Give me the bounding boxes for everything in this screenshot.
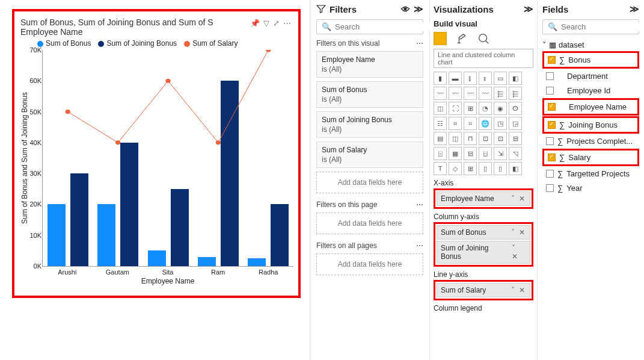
field-item[interactable]: Employee Name xyxy=(545,101,636,113)
viz-type-option[interactable]: ◉ xyxy=(494,102,507,115)
viz-type-option[interactable]: ◧ xyxy=(509,162,522,175)
viz-type-option[interactable]: ⊟ xyxy=(509,132,522,145)
coly-well[interactable]: Sum of Bonus˅ ✕ Sum of Joining Bonus˅ ✕ xyxy=(434,222,533,267)
viz-type-option[interactable]: ⌼ xyxy=(479,147,492,160)
eye-icon[interactable]: 👁 xyxy=(401,4,410,14)
viz-type-option[interactable]: ⌗ xyxy=(449,117,462,130)
fields-search[interactable]: 🔍 xyxy=(542,19,639,34)
filter-card[interactable]: Employee Nameis (All) xyxy=(316,51,423,78)
viz-type-option[interactable]: 〰 xyxy=(479,87,492,100)
filter-search-input[interactable] xyxy=(335,22,436,31)
viz-type-option[interactable]: ⵙ xyxy=(509,102,522,115)
filter-card[interactable]: Sum of Joining Bonusis (All) xyxy=(316,111,423,138)
viz-type-option[interactable]: ▤ xyxy=(434,132,447,145)
checkbox[interactable] xyxy=(546,87,554,95)
more-icon[interactable]: ⋯ xyxy=(416,241,423,250)
checkbox[interactable] xyxy=(548,121,556,129)
liney-well-label: Line y-axis xyxy=(434,270,533,279)
checkbox[interactable] xyxy=(546,137,554,145)
viz-type-option[interactable]: ◇ xyxy=(449,162,462,175)
collapse-icon[interactable]: ≫ xyxy=(630,4,639,14)
filter-icon[interactable]: ▽ xyxy=(263,19,269,28)
viz-type-option[interactable]: ⛶ xyxy=(449,102,462,115)
viz-type-option[interactable]: ▯ xyxy=(494,162,507,175)
viz-type-option[interactable]: ◳ xyxy=(494,117,507,130)
more-icon[interactable]: ⋯ xyxy=(416,39,423,48)
chart-visual[interactable]: 📌 ▽ ⤢ ⋯ Sum of Bonus, Sum of Joining Bon… xyxy=(12,9,301,298)
add-fields-all[interactable]: Add data fields here xyxy=(316,253,423,275)
field-label: Projects Complet... xyxy=(566,137,633,146)
viz-type-option[interactable]: T xyxy=(434,162,447,175)
viz-type-option[interactable]: ⫾ xyxy=(479,72,492,85)
pin-icon[interactable]: 📌 xyxy=(250,19,260,28)
viz-type-option[interactable]: ▭ xyxy=(494,72,507,85)
viz-type-option[interactable]: ⊟ xyxy=(464,147,477,160)
xaxis-well[interactable]: Employee Name˅ ✕ xyxy=(434,188,533,209)
format-tab[interactable] xyxy=(455,32,468,45)
fields-panel: Fields ≫ 🔍 ˅ ▦ dataset ∑BonusDepartmentE… xyxy=(537,0,644,360)
dataset-root[interactable]: ˅ ▦ dataset xyxy=(542,39,639,51)
chevron-down-icon: ˅ xyxy=(542,40,547,49)
viz-type-option[interactable]: ◧ xyxy=(509,72,522,85)
viz-type-option[interactable]: ⇲ xyxy=(494,147,507,160)
viz-type-option[interactable]: ▯ xyxy=(479,162,492,175)
more-icon[interactable]: ⋯ xyxy=(283,19,291,28)
collapse-icon[interactable]: ≫ xyxy=(414,4,423,14)
viz-type-option[interactable]: ⬱ xyxy=(494,87,507,100)
field-item[interactable]: Employee Id xyxy=(544,84,638,97)
field-item[interactable]: ∑Joining Bonus xyxy=(545,119,636,131)
viz-type-option[interactable]: ⊡ xyxy=(494,132,507,145)
checkbox[interactable] xyxy=(548,56,556,64)
build-tab[interactable] xyxy=(434,32,447,45)
sigma-icon: ∑ xyxy=(557,184,563,193)
field-label: Department xyxy=(567,72,608,81)
viz-type-option[interactable]: ◔ xyxy=(479,102,492,115)
filter-search[interactable]: 🔍 xyxy=(316,19,423,34)
checkbox[interactable] xyxy=(546,170,554,178)
viz-gallery: ▮▬⫿⫾▭◧〰〰〰〰⬱⬱◫⛶⊞◔◉ⵙ☷⌗⌗🌐◳◲▤◫⊓⊡⊡⊟⌻▦⊟⌼⇲◹T◇⊞▯… xyxy=(434,72,533,175)
add-fields-visual[interactable]: Add data fields here xyxy=(316,172,423,193)
viz-type-option[interactable]: ⊓ xyxy=(464,132,477,145)
viz-type-option[interactable]: ⌻ xyxy=(434,147,447,160)
viz-type-option[interactable]: ⊡ xyxy=(479,132,492,145)
checkbox[interactable] xyxy=(546,72,554,80)
add-fields-page[interactable]: Add data fields here xyxy=(316,213,423,234)
field-item[interactable]: ∑Salary xyxy=(545,151,636,164)
viz-type-option[interactable]: ⊞ xyxy=(464,162,477,175)
field-label: Employee Name xyxy=(569,102,627,111)
viz-type-option[interactable]: ◫ xyxy=(449,132,462,145)
analytics-tab[interactable] xyxy=(477,32,490,45)
viz-type-option[interactable]: ⬱ xyxy=(509,87,522,100)
viz-type-option[interactable]: ◹ xyxy=(509,147,522,160)
field-item[interactable]: ∑Projects Complet... xyxy=(544,135,638,147)
viz-type-option[interactable]: ⊞ xyxy=(464,102,477,115)
viz-type-option[interactable]: ⌗ xyxy=(464,117,477,130)
viz-type-option[interactable]: 〰 xyxy=(464,87,477,100)
viz-type-option[interactable]: ◫ xyxy=(434,102,447,115)
more-icon[interactable]: ⋯ xyxy=(416,200,423,209)
liney-well[interactable]: Sum of Salary˅ ✕ xyxy=(434,280,533,300)
viz-type-option[interactable]: ◲ xyxy=(509,117,522,130)
visualizations-panel: Visualizations ≫ Build visual Line and c… xyxy=(430,0,537,360)
viz-type-option[interactable]: 〰 xyxy=(434,87,447,100)
checkbox[interactable] xyxy=(548,154,556,161)
field-item[interactable]: ∑Bonus xyxy=(545,54,636,66)
viz-type-option[interactable]: 〰 xyxy=(449,87,462,100)
checkbox[interactable] xyxy=(546,184,554,192)
viz-type-option[interactable]: ☷ xyxy=(434,117,447,130)
field-label: Employee Id xyxy=(567,86,610,95)
field-item[interactable]: ∑Targetted Projects xyxy=(544,167,638,180)
focus-icon[interactable]: ⤢ xyxy=(273,19,280,28)
field-item[interactable]: ∑Year xyxy=(544,182,638,194)
viz-type-option[interactable]: ⫿ xyxy=(464,72,477,85)
fields-search-input[interactable] xyxy=(561,22,644,31)
filter-card[interactable]: Sum of Salaryis (All) xyxy=(316,141,423,168)
collapse-icon[interactable]: ≫ xyxy=(524,4,533,14)
viz-type-option[interactable]: 🌐 xyxy=(479,117,492,130)
field-item[interactable]: Department xyxy=(544,70,638,82)
checkbox[interactable] xyxy=(548,103,556,111)
viz-type-option[interactable]: ▮ xyxy=(434,72,447,85)
filter-card[interactable]: Sum of Bonusis (All) xyxy=(316,81,423,108)
viz-type-option[interactable]: ▬ xyxy=(449,72,462,85)
viz-type-option[interactable]: ▦ xyxy=(449,147,462,160)
